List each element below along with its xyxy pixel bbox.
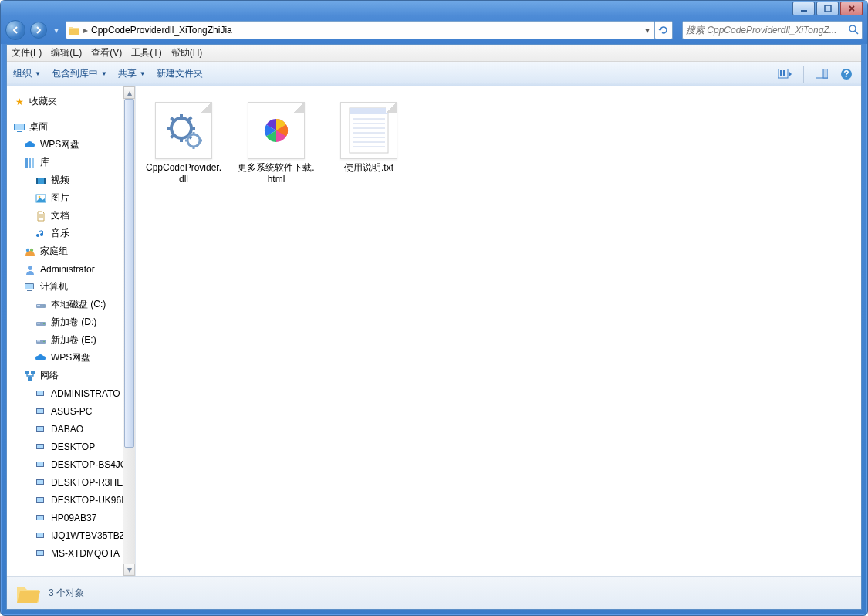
folder-icon (68, 24, 80, 36)
svg-rect-7 (783, 73, 785, 76)
computer-icon (35, 476, 47, 489)
folder-icon (15, 580, 41, 606)
tree-net-pc[interactable]: DESKTOP-UK96N (7, 491, 135, 509)
tool-new-folder[interactable]: 新建文件夹 (157, 67, 203, 80)
search-input[interactable] (686, 25, 848, 36)
tree-net-pc[interactable]: DESKTOP-R3HEF (7, 473, 135, 491)
tree-computer[interactable]: 计算机 (7, 278, 135, 296)
scroll-thumb[interactable] (124, 99, 134, 448)
address-dropdown[interactable]: ▾ (642, 25, 653, 36)
svg-rect-75 (350, 108, 388, 153)
svg-rect-52 (37, 480, 43, 484)
close-button[interactable] (840, 2, 863, 15)
cloud-icon (35, 352, 47, 364)
cloud-icon (24, 139, 36, 151)
menu-tools[interactable]: 工具(T) (131, 46, 161, 59)
search-icon[interactable] (848, 24, 859, 37)
tree-net-pc[interactable]: HP09AB37 (7, 509, 135, 526)
svg-rect-50 (37, 462, 43, 466)
tree-drive-e[interactable]: 新加卷 (E:) (7, 331, 135, 349)
explorer-window: ▾ ▸ CppCodeProviderdll_XiTongZhiJia ▾ 文件… (0, 0, 868, 616)
svg-point-70 (187, 134, 200, 147)
tree-net-pc[interactable]: IJQ1WTBV35TBZ (7, 526, 135, 544)
svg-rect-46 (37, 427, 43, 431)
file-pane[interactable]: CppCodeProvider.dll 更多系统软件下载.html 使用说明.t… (136, 86, 861, 576)
tree-net-pc[interactable]: DESKTOP (7, 438, 135, 455)
tree-music[interactable]: 音乐 (7, 225, 135, 242)
svg-rect-64 (167, 127, 172, 130)
tree-homegroup[interactable]: 家庭组 (7, 242, 135, 260)
svg-rect-39 (31, 371, 35, 374)
menu-help[interactable]: 帮助(H) (171, 46, 203, 59)
nav-tree: ★收藏夹 桌面 WPS网盘 库 视频 图片 文档 音乐 家庭组 Administ… (7, 86, 136, 576)
network-icon (24, 370, 36, 382)
tree-drive-c[interactable]: 本地磁盘 (C:) (7, 296, 135, 313)
menu-edit[interactable]: 编辑(E) (51, 46, 82, 59)
music-icon (35, 228, 47, 240)
drive-icon (35, 316, 47, 329)
tree-administrator[interactable]: Administrator (7, 260, 135, 278)
menu-view[interactable]: 查看(V) (91, 46, 122, 59)
computer-icon (35, 547, 47, 560)
dll-icon (155, 102, 212, 159)
view-mode-button[interactable] (777, 66, 794, 83)
tool-include-in-library[interactable]: 包含到库中▼ (52, 67, 107, 80)
svg-rect-17 (32, 158, 34, 168)
search-box[interactable] (682, 21, 863, 39)
pictures-icon (35, 192, 47, 205)
svg-rect-76 (350, 108, 388, 114)
svg-rect-0 (801, 10, 807, 12)
history-dropdown[interactable]: ▾ (52, 25, 61, 36)
file-item[interactable]: CppCodeProvider.dll (145, 97, 222, 565)
file-label: CppCodeProvider.dll (145, 162, 222, 185)
scroll-up-button[interactable]: ▴ (123, 86, 135, 99)
tool-share[interactable]: 共享▼ (118, 67, 146, 80)
svg-point-31 (43, 305, 45, 306)
minimize-button[interactable] (792, 2, 815, 15)
tree-network[interactable]: 网络 (7, 367, 135, 384)
tree-drive-d[interactable]: 新加卷 (D:) (7, 313, 135, 331)
svg-rect-28 (27, 290, 32, 291)
svg-rect-62 (180, 114, 183, 119)
tree-desktop[interactable]: 桌面 (7, 118, 135, 136)
tree-libraries[interactable]: 库 (7, 154, 135, 171)
file-item[interactable]: 使用说明.txt (330, 97, 407, 565)
sidebar-scrollbar[interactable]: ▴ ▾ (123, 86, 135, 576)
tree-favorites[interactable]: ★收藏夹 (7, 93, 135, 110)
scroll-down-button[interactable]: ▾ (123, 564, 135, 576)
tree-videos[interactable]: 视频 (7, 171, 135, 189)
tree-documents[interactable]: 文档 (7, 207, 135, 225)
refresh-button[interactable] (654, 21, 673, 39)
forward-button[interactable] (30, 22, 47, 39)
menu-file[interactable]: 文件(F) (12, 46, 42, 59)
file-label: 使用说明.txt (344, 162, 393, 174)
svg-rect-19 (36, 178, 38, 184)
tool-organize[interactable]: 组织▼ (13, 67, 41, 80)
svg-point-61 (171, 118, 191, 138)
tree-net-pc[interactable]: ADMINISTRATO (7, 384, 135, 402)
svg-rect-72 (193, 146, 195, 149)
svg-rect-30 (37, 305, 40, 306)
tree-wps[interactable]: WPS网盘 (7, 136, 135, 154)
scroll-track[interactable] (123, 99, 135, 564)
computer-icon (24, 281, 36, 293)
preview-pane-button[interactable] (813, 66, 830, 83)
address-bar[interactable]: ▸ CppCodeProviderdll_XiTongZhiJia ▾ (66, 21, 655, 39)
file-item[interactable]: 更多系统软件下载.html (238, 97, 315, 565)
tree-wps-disk[interactable]: WPS网盘 (7, 349, 135, 367)
computer-icon (35, 388, 47, 400)
maximize-button[interactable] (816, 2, 839, 15)
breadcrumb-current[interactable]: CppCodeProviderdll_XiTongZhiJia (91, 25, 232, 36)
svg-rect-54 (37, 498, 43, 502)
tree-net-pc[interactable]: ASUS-PC (7, 402, 135, 420)
back-button[interactable] (5, 20, 25, 40)
tree-pictures[interactable]: 图片 (7, 189, 135, 207)
svg-point-37 (43, 340, 45, 342)
tree-net-pc[interactable]: DESKTOP-BS4JC (7, 455, 135, 473)
svg-rect-33 (37, 323, 40, 324)
tree-net-pc[interactable]: DABAO (7, 420, 135, 438)
help-button[interactable]: ? (838, 66, 855, 83)
svg-rect-5 (783, 70, 785, 73)
tree-net-pc[interactable]: MS-XTDMQOTA (7, 544, 135, 562)
svg-rect-4 (780, 70, 782, 73)
